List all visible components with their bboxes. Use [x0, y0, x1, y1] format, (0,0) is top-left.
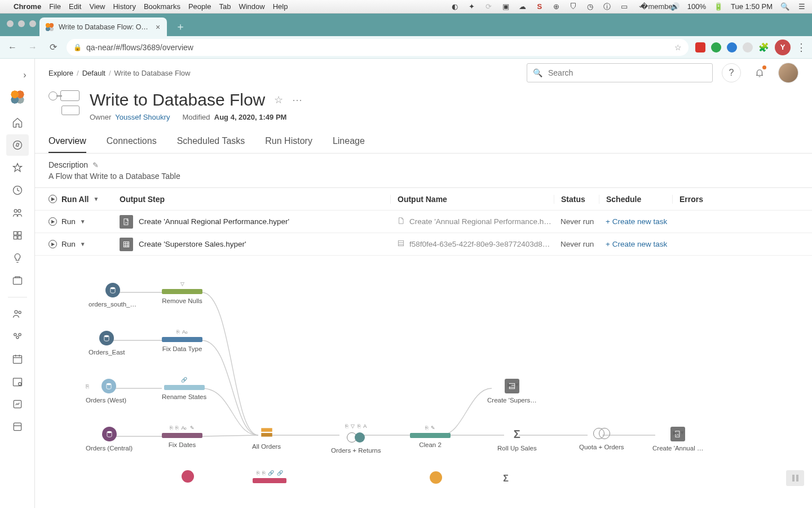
tab-lineage[interactable]: Lineage [333, 136, 365, 153]
chevron-down-icon[interactable]: ▼ [80, 241, 86, 247]
chrome-menu-icon[interactable]: ⋮ [796, 41, 806, 54]
flow-node-clean[interactable]: ⎘⎘A₀✎ Fix Dates [162, 425, 202, 448]
help-button[interactable]: ? [722, 63, 741, 82]
flow-node-partial[interactable]: Σ [498, 471, 513, 486]
create-task-link[interactable]: + Create new task [599, 217, 672, 226]
menu-help[interactable]: Help [273, 2, 288, 11]
menu-people[interactable]: People [188, 2, 211, 11]
create-task-link[interactable]: + Create new task [599, 240, 672, 248]
flow-node-clean[interactable]: 🔗 Rename States [162, 377, 206, 400]
clock-icon[interactable]: ◷ [586, 2, 595, 11]
status-icon[interactable]: ⟳ [484, 2, 493, 11]
breadcrumb-root[interactable]: Explore [48, 69, 73, 77]
flow-node-input[interactable]: Orders_East [89, 331, 125, 356]
menu-bookmarks[interactable]: Bookmarks [144, 2, 180, 11]
control-center-icon[interactable]: ☰ [797, 2, 806, 11]
extension-icon[interactable] [743, 42, 753, 52]
flow-node-clean[interactable]: ⎘✎ Clean 2 [410, 425, 451, 448]
tab-overview[interactable]: Overview [48, 136, 86, 153]
menu-edit[interactable]: Edit [69, 2, 81, 11]
bookmark-star-icon[interactable]: ☆ [674, 43, 682, 52]
nav-collections[interactable] [6, 225, 29, 246]
wifi-icon[interactable]: �member [654, 2, 663, 11]
output-name[interactable]: Create 'Annual Regional Performance.hype… [409, 217, 554, 226]
favorite-button[interactable]: ☆ [274, 94, 283, 106]
battery-icon[interactable]: 🔋 [714, 2, 723, 11]
flow-node-clean[interactable]: ▽ Remove Nulls [162, 281, 202, 304]
output-name[interactable]: f58f0fe4-63e5-422f-80e9-3e8772403d8e (… [409, 240, 554, 248]
flow-node-input[interactable]: Orders (Central) [86, 427, 133, 452]
flow-node-join[interactable]: Quota + Orders [579, 427, 624, 450]
more-actions-button[interactable]: ⋯ [292, 94, 302, 106]
clock-text[interactable]: Tue 1:50 PM [731, 2, 773, 11]
flow-node-union[interactable]: All Orders [252, 425, 281, 450]
rail-expand-button[interactable]: › [6, 64, 29, 86]
flow-node-aggregate[interactable]: Σ Roll Up Sales [497, 427, 537, 452]
menu-window[interactable]: Window [239, 2, 264, 11]
search-field[interactable] [547, 68, 707, 78]
status-icon[interactable]: ▣ [501, 2, 510, 11]
volume-icon[interactable]: 🔊 [670, 2, 679, 11]
spotlight-icon[interactable]: 🔍 [780, 2, 789, 11]
flow-canvas[interactable]: orders_south_… ▽ Remove Nulls Orders_Eas… [35, 256, 812, 493]
output-step-name[interactable]: Create 'Annual Regional Performance.hype… [139, 217, 289, 226]
browser-tab-active[interactable]: Write to Database Flow: Overvi × [39, 17, 167, 37]
tab-run-history[interactable]: Run History [265, 136, 312, 153]
nav-shared[interactable] [6, 202, 29, 224]
run-button[interactable]: Run [61, 217, 76, 226]
menu-file[interactable]: File [49, 2, 61, 11]
breadcrumb-project[interactable]: Default [82, 69, 105, 77]
nav-recents[interactable] [6, 179, 29, 201]
flow-node-join[interactable]: ⎘▽⎘A Orders + Returns [331, 423, 381, 454]
status-icon[interactable]: S [535, 2, 544, 11]
status-icon[interactable]: ◐ [451, 2, 460, 11]
avatar[interactable] [778, 63, 798, 83]
back-button[interactable]: ← [6, 41, 19, 54]
flow-node-partial[interactable]: ⎘⎘🔗🔗 [249, 470, 290, 483]
nav-schedules[interactable] [6, 348, 29, 370]
extension-icon[interactable] [711, 42, 721, 52]
nav-status[interactable] [6, 393, 29, 415]
node-run-button[interactable]: ▶▾ [508, 381, 519, 388]
display-icon[interactable]: ▭ [620, 2, 629, 11]
owner-link[interactable]: Youssef Shoukry [115, 113, 170, 121]
nav-users[interactable] [6, 303, 29, 325]
flow-node-partial[interactable] [182, 470, 194, 483]
node-run-button[interactable]: ▶▾ [673, 429, 684, 436]
cloud-icon[interactable]: ☁ [518, 2, 527, 11]
shield-icon[interactable]: ⛉ [569, 2, 578, 11]
tab-scheduled-tasks[interactable]: Scheduled Tasks [177, 136, 245, 153]
extension-icon[interactable] [695, 42, 705, 52]
tab-close-icon[interactable]: × [156, 23, 160, 32]
chevron-down-icon[interactable]: ▼ [93, 196, 99, 202]
edit-description-button[interactable]: ✎ [92, 161, 99, 169]
output-step-name[interactable]: Create 'Superstore Sales.hyper' [139, 240, 246, 248]
nav-favorites[interactable] [6, 157, 29, 178]
nav-explore[interactable] [6, 134, 29, 156]
new-tab-button[interactable]: ＋ [173, 19, 188, 34]
status-icon[interactable]: ✦ [467, 2, 476, 11]
menu-history[interactable]: History [113, 2, 135, 11]
run-all-button[interactable]: Run All [61, 195, 89, 204]
nav-recommendations[interactable] [6, 247, 29, 269]
profile-button[interactable]: Y [775, 40, 791, 55]
search-input[interactable]: 🔍 [527, 63, 713, 82]
info-icon[interactable]: ⓘ [603, 2, 612, 11]
flow-node-input[interactable]: orders_south_… [89, 283, 136, 308]
nav-external[interactable] [6, 270, 29, 291]
run-button[interactable]: Run [61, 240, 76, 248]
nav-home[interactable] [6, 112, 29, 133]
flow-node-clean[interactable]: ⎘A₀ Fix Data Type [162, 329, 202, 352]
tab-connections[interactable]: Connections [107, 136, 157, 153]
forward-button[interactable]: → [26, 41, 39, 54]
reload-button[interactable]: ⟳ [46, 41, 60, 54]
menubar-app[interactable]: Chrome [14, 2, 41, 11]
address-bar[interactable]: 🔒 qa-near/#/flows/3689/overview ☆ [67, 39, 689, 56]
extensions-menu-icon[interactable]: 🧩 [758, 42, 769, 52]
nav-settings[interactable] [6, 416, 29, 437]
flow-node-partial[interactable] [430, 471, 442, 484]
chevron-down-icon[interactable]: ▼ [80, 218, 86, 225]
window-controls[interactable] [7, 20, 36, 27]
notifications-button[interactable] [750, 63, 769, 82]
menu-view[interactable]: View [89, 2, 105, 11]
